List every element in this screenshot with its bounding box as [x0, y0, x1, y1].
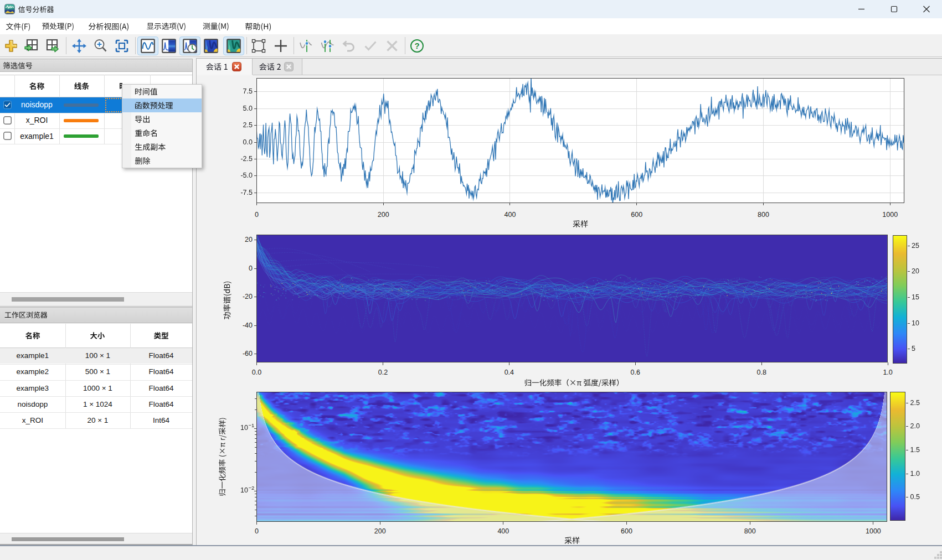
svg-text:?: ? [414, 41, 419, 50]
